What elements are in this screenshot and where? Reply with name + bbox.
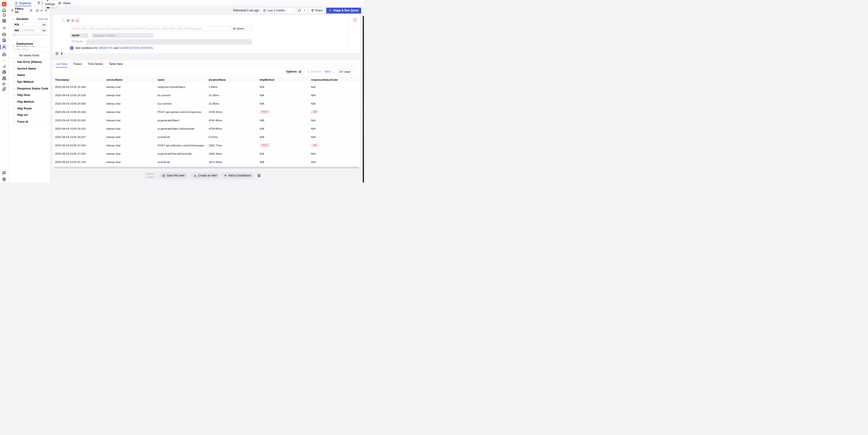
table-row[interactable]: 2025-09-04 23:05:29.532inkeep-chatai.gen… [53, 116, 360, 125]
settings-gear-icon[interactable] [2, 177, 6, 181]
duration-header[interactable]: Duration Clear All [12, 18, 48, 21]
exceptions-bug-icon[interactable] [2, 70, 6, 74]
tooltip-caret [46, 7, 50, 9]
filter-section-has-error-status-[interactable]: Has Error (Status) [8, 59, 50, 65]
clone-query-button[interactable] [70, 18, 75, 23]
results-tab-table-view[interactable]: Table View [109, 60, 123, 67]
filter-section-service-name[interactable]: Service Name [8, 65, 50, 72]
query-name-chip[interactable]: A [75, 18, 80, 23]
table-row[interactable]: 2025-09-04 23:05:25.745inkeep-chatai.too… [53, 158, 360, 166]
results-tab-time-series[interactable]: Time Series [88, 60, 103, 67]
refresh-button[interactable] [297, 8, 302, 13]
billing-list-icon[interactable] [2, 82, 6, 86]
filter-section-http-method[interactable]: Http Method [8, 99, 50, 105]
dock-panel-button[interactable] [257, 173, 260, 178]
cell-durationNano: 4739.85ms [207, 127, 258, 130]
footer-band: Select a view Save this view Create an A… [50, 169, 363, 182]
table-row[interactable]: 2025-09-04 23:05:29.534inkeep-chatPOST a… [53, 108, 360, 116]
filter-section-http-host[interactable]: Http Host [8, 92, 50, 99]
share-button[interactable]: Share [308, 8, 325, 13]
duration-slider-handle[interactable] [13, 33, 16, 36]
filter-section-response-status-code[interactable]: Response Status Code [8, 85, 50, 92]
table-row[interactable]: 2025-09-04 23:05:29.527inkeep-chatai.too… [53, 133, 360, 141]
chevron-right-icon [13, 81, 15, 83]
home-icon[interactable] [2, 8, 6, 12]
add-condition-button[interactable] [70, 46, 73, 49]
duration-min-input[interactable] [21, 23, 41, 27]
collapse-query-button[interactable] [61, 18, 66, 23]
metrics-chart-icon[interactable] [2, 64, 6, 68]
options-button[interactable]: Options [284, 69, 304, 74]
add-to-dashboard-button[interactable]: Add to Dashboard [221, 173, 253, 178]
duration-section: Duration Clear All MIN ms MAX ms [8, 15, 50, 40]
logs-scroll-icon[interactable] [2, 38, 6, 42]
save-view-label: Save this view [167, 174, 185, 177]
tab-views[interactable]: Views [58, 0, 70, 6]
duration-slider[interactable] [13, 34, 47, 35]
signoz-logo[interactable] [2, 2, 6, 6]
filter-section-rpc-method[interactable]: Rpc Method [8, 78, 50, 85]
integrations-route-icon[interactable] [2, 87, 6, 91]
duration-max-input[interactable] [21, 28, 41, 32]
services-boxes-icon[interactable] [2, 52, 6, 56]
select-view-dropdown[interactable]: Select a view [146, 172, 158, 179]
explorer-binoculars-icon[interactable] [2, 76, 6, 80]
traces-compass-icon[interactable] [2, 45, 6, 49]
tab-explorer[interactable]: Explorer [15, 0, 31, 6]
filters-title: Filters for [15, 7, 28, 14]
save-view-button[interactable]: Save this view [160, 173, 187, 178]
next-page-button[interactable]: Next [324, 70, 334, 73]
table-row[interactable]: 2025-09-04 23:05:29.532inkeep-chatai.gen… [53, 125, 360, 133]
order-by-link[interactable]: ORDER BY [98, 46, 113, 49]
infrastructure-server-icon[interactable] [2, 32, 6, 37]
horizontal-scrollbar[interactable] [54, 167, 359, 169]
deployment-section: Deployment Environment No values found [8, 40, 50, 59]
aggregation-interval-link[interactable]: AGGREGATION INTERVAL [119, 46, 153, 49]
query-visibility-button[interactable] [66, 18, 70, 23]
clear-all-link[interactable]: Clear All [38, 18, 48, 21]
stage-run-query-button[interactable]: Stage & Run Query [326, 8, 361, 13]
settings-sliders-icon[interactable] [44, 9, 48, 12]
filters-query-chip[interactable]: A [29, 8, 33, 12]
filter-section-http-route[interactable]: Http Route [8, 105, 50, 112]
query-right-chip[interactable]: A [352, 17, 358, 22]
formula-mode-button[interactable]: Σ [59, 51, 64, 56]
span-scope-select[interactable]: All Spans [231, 26, 253, 31]
share-label: Share [315, 9, 322, 12]
filter-section-http-url[interactable]: Http Url [8, 112, 50, 119]
aggregate-operator-select[interactable]: NOOP [70, 33, 88, 38]
filter-section-name[interactable]: Name [8, 72, 50, 78]
filter-section-label: Rpc Method [17, 80, 33, 83]
create-alert-label: Create an Alert [198, 174, 217, 177]
span-scope-value: All Spans [233, 27, 244, 30]
filter-section-trace-id[interactable]: Trace Id [8, 119, 50, 125]
cell-responseStatusCode: N/A [309, 119, 360, 122]
create-alert-button[interactable]: Create an Alert [191, 173, 219, 178]
chevron-right-icon [13, 61, 15, 63]
next-label: Next [324, 70, 330, 73]
table-row[interactable]: 2025-09-04 23:05:27.622inkeep-chatai.gen… [53, 149, 360, 158]
table-row[interactable]: 2025-09-04 23:05:27.624inkeep-chatPOST a… [53, 141, 360, 149]
support-chat-icon[interactable] [2, 171, 6, 175]
sync-icon[interactable] [36, 9, 39, 12]
aggregate-attribute-input[interactable]: Aggregate attribute [91, 33, 153, 38]
page-size-select[interactable]: 10 / page [337, 69, 357, 74]
cell-httpMethod: N/A [258, 161, 309, 164]
dashboards-grid-icon[interactable] [2, 19, 6, 23]
table-row[interactable]: 2025-09-04 23:05:29.535inkeep-chattls.co… [53, 91, 360, 99]
previous-page-button[interactable]: Previous [307, 70, 322, 73]
group-by-input[interactable] [86, 39, 252, 44]
time-range-picker[interactable]: Last 2 months [261, 8, 296, 13]
more-ellipsis-icon[interactable] [2, 59, 6, 63]
pointer-click-icon[interactable] [2, 26, 6, 30]
search-filter-input[interactable] [70, 26, 230, 31]
refresh-options-button[interactable] [302, 8, 307, 13]
table-row[interactable]: 2025-09-04 23:05:29.535inkeep-chattcp.co… [53, 99, 360, 108]
table-row[interactable]: 2025-09-04 23:05:34.296inkeep-chatrespon… [53, 83, 360, 91]
alerts-bell-icon[interactable] [2, 13, 6, 18]
results-tab-traces[interactable]: Traces [73, 60, 82, 67]
results-tab-list-view[interactable]: List View [56, 60, 67, 67]
deployment-filter-input[interactable] [13, 46, 47, 52]
query-builder-mode-button[interactable] [54, 51, 59, 56]
collapse-left-icon[interactable] [40, 9, 43, 12]
